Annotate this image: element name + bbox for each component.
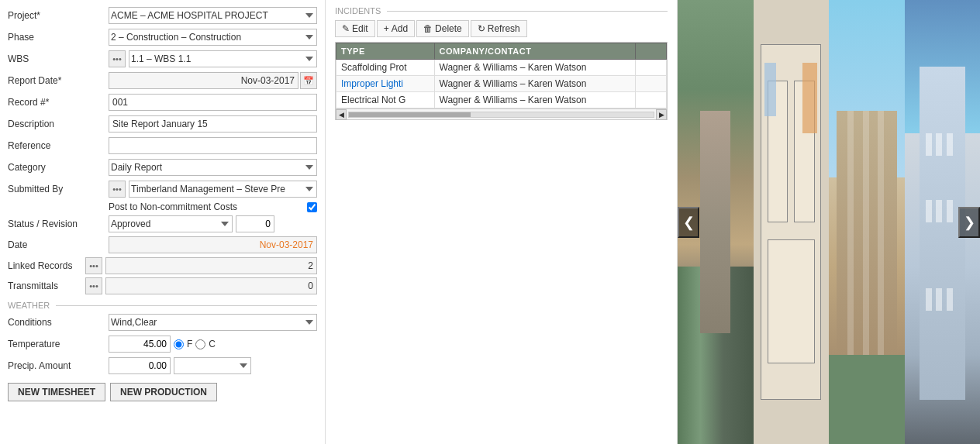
right-image-panel: ❮ xyxy=(678,0,980,444)
carousel-image-2 xyxy=(754,0,830,444)
edit-icon: ✎ xyxy=(342,23,350,34)
status-label: Status / Revision xyxy=(8,219,109,229)
wbs-label: WBS xyxy=(8,53,109,64)
precip-label: Precip. Amount xyxy=(8,360,109,371)
status-row: Status / Revision Approved xyxy=(8,215,317,232)
project-select-group: ACME – ACME HOSPITAL PROJECT xyxy=(109,7,317,24)
incident-extra-cell xyxy=(636,76,667,92)
new-production-button[interactable]: NEW PRODUCTION xyxy=(110,383,217,401)
description-row: Description xyxy=(8,115,317,133)
scroll-track[interactable] xyxy=(348,112,654,118)
report-date-calendar-button[interactable]: 📅 xyxy=(300,72,317,89)
record-row: Record #* xyxy=(8,93,317,112)
company-column-header: COMPANY/CONTACT xyxy=(434,43,636,60)
precip-unit-select[interactable] xyxy=(174,357,251,374)
reference-input[interactable] xyxy=(109,137,317,154)
extra-column-header xyxy=(636,43,667,60)
transmittals-row: Transmittals ••• 0 xyxy=(8,277,317,294)
add-button[interactable]: + Add xyxy=(377,20,415,37)
temp-f-radio[interactable] xyxy=(174,339,184,349)
report-date-group: 📅 xyxy=(109,72,317,89)
transmittals-dots-button[interactable]: ••• xyxy=(85,277,102,294)
reference-row: Reference xyxy=(8,136,317,155)
project-label: Project* xyxy=(8,10,109,21)
precip-group xyxy=(109,357,251,374)
incident-type-cell: Electrical Not G xyxy=(336,92,435,108)
incident-type-cell: Scaffolding Prot xyxy=(336,60,435,76)
carousel-image-3 xyxy=(829,0,905,444)
description-input[interactable] xyxy=(109,115,317,133)
scroll-left-button[interactable]: ◀ xyxy=(336,109,347,120)
wbs-select[interactable]: 1.1 – WBS 1.1 xyxy=(129,50,317,67)
carousel-next-button[interactable]: ❯ xyxy=(958,207,980,238)
middle-panel: INCIDENTS ✎ Edit + Add 🗑 Delete ↻ Refres… xyxy=(326,0,678,444)
temp-c-radio[interactable] xyxy=(195,339,205,349)
table-header-row: TYPE COMPANY/CONTACT xyxy=(336,43,667,60)
incidents-divider xyxy=(387,11,668,12)
incidents-toolbar: ✎ Edit + Add 🗑 Delete ↻ Refresh xyxy=(335,20,668,37)
precip-input[interactable] xyxy=(109,357,171,374)
temperature-row: Temperature F C xyxy=(8,335,317,353)
incident-company-cell: Wagner & Williams – Karen Watson xyxy=(434,76,636,92)
submitted-by-select[interactable]: Timberland Management – Steve Pre xyxy=(129,181,317,198)
delete-icon: 🗑 xyxy=(423,23,433,34)
temperature-group: F C xyxy=(109,336,216,353)
incident-company-cell: Wagner & Williams – Karen Watson xyxy=(434,92,636,108)
linked-records-label: Linked Records xyxy=(8,260,85,271)
post-costs-label: Post to Non-commitment Costs xyxy=(109,201,307,212)
temperature-input[interactable] xyxy=(109,336,171,353)
submitted-by-dots-button[interactable]: ••• xyxy=(109,181,126,198)
wbs-dots-button[interactable]: ••• xyxy=(109,50,126,67)
conditions-select[interactable]: Wind,Clear xyxy=(109,314,317,331)
table-row[interactable]: Improper LightiWagner & Williams – Karen… xyxy=(336,76,667,92)
table-row[interactable]: Scaffolding ProtWagner & Williams – Kare… xyxy=(336,60,667,76)
delete-label: Delete xyxy=(435,23,462,34)
incident-extra-cell xyxy=(636,60,667,76)
project-row: Project* ACME – ACME HOSPITAL PROJECT xyxy=(8,6,317,25)
incidents-label: INCIDENTS xyxy=(335,6,381,15)
linked-records-row: Linked Records ••• 2 xyxy=(8,257,317,274)
transmittals-value: 0 xyxy=(105,277,317,294)
temp-c-label: C xyxy=(209,339,216,349)
report-date-row: Report Date* 📅 xyxy=(8,71,317,90)
temp-f-label: F xyxy=(187,339,192,349)
report-date-label: Report Date* xyxy=(8,75,109,86)
precip-row: Precip. Amount xyxy=(8,356,317,375)
phase-select[interactable]: 2 – Construction – Construction xyxy=(109,29,317,46)
temperature-label: Temperature xyxy=(8,339,109,349)
incident-type-cell: Improper Lighti xyxy=(336,76,435,92)
report-date-input[interactable] xyxy=(109,72,298,89)
revision-input[interactable] xyxy=(236,215,274,232)
refresh-label: Refresh xyxy=(488,23,520,34)
incidents-header: INCIDENTS xyxy=(335,6,668,15)
incident-company-cell: Wagner & Williams – Karen Watson xyxy=(434,60,636,76)
record-input[interactable] xyxy=(109,94,317,111)
category-label: Category xyxy=(8,162,109,173)
new-timesheet-button[interactable]: NEW TIMESHEET xyxy=(8,383,105,401)
post-costs-row: Post to Non-commitment Costs xyxy=(8,201,317,212)
description-label: Description xyxy=(8,119,109,129)
category-select[interactable]: Daily Report xyxy=(109,159,317,176)
bottom-buttons-group: NEW TIMESHEET NEW PRODUCTION xyxy=(8,383,317,401)
table-row[interactable]: Electrical Not GWagner & Williams – Kare… xyxy=(336,92,667,108)
status-select[interactable]: Approved xyxy=(109,215,233,232)
carousel-images-container xyxy=(678,0,980,444)
edit-label: Edit xyxy=(352,23,368,34)
left-form-panel: Project* ACME – ACME HOSPITAL PROJECT Ph… xyxy=(0,0,326,444)
edit-button[interactable]: ✎ Edit xyxy=(335,20,375,37)
refresh-button[interactable]: ↻ Refresh xyxy=(471,20,527,37)
date-label: Date xyxy=(8,239,109,250)
carousel-prev-button[interactable]: ❮ xyxy=(678,207,699,238)
delete-button[interactable]: 🗑 Delete xyxy=(416,20,469,37)
incidents-scrollbar[interactable]: ◀ ▶ xyxy=(335,109,668,120)
add-label: Add xyxy=(392,23,408,34)
date-readonly xyxy=(109,236,317,253)
project-select[interactable]: ACME – ACME HOSPITAL PROJECT xyxy=(109,7,317,24)
scroll-right-button[interactable]: ▶ xyxy=(656,109,667,120)
linked-records-dots-button[interactable]: ••• xyxy=(85,257,102,274)
post-costs-checkbox[interactable] xyxy=(307,202,317,212)
scroll-thumb[interactable] xyxy=(349,112,471,117)
temp-unit-group: F C xyxy=(174,339,216,349)
phase-label: Phase xyxy=(8,32,109,43)
wbs-row: WBS ••• 1.1 – WBS 1.1 xyxy=(8,50,317,68)
